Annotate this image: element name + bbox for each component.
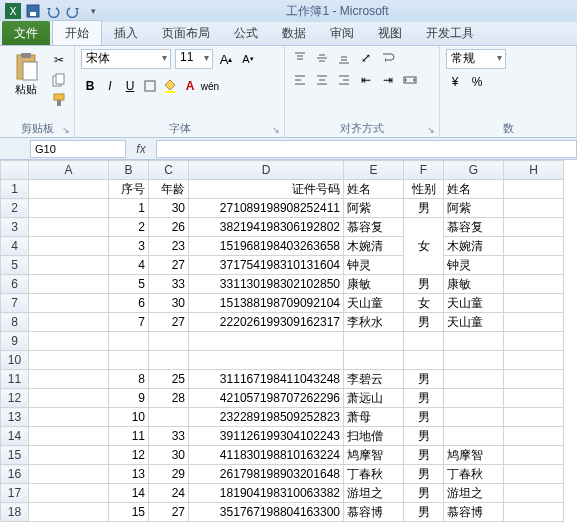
cell[interactable] [504, 370, 564, 389]
cell[interactable]: 232289198509252823 [189, 408, 344, 427]
cell[interactable]: 李碧云 [344, 370, 404, 389]
cell[interactable] [29, 484, 109, 503]
cell[interactable]: 慕容复 [444, 218, 504, 237]
cell[interactable]: 慕容复 [344, 218, 404, 237]
cell[interactable]: 3 [109, 237, 149, 256]
cell[interactable] [29, 427, 109, 446]
cell[interactable]: 25 [149, 370, 189, 389]
currency-icon[interactable]: ¥ [446, 73, 464, 91]
cell[interactable]: 2 [109, 218, 149, 237]
border-button[interactable] [141, 77, 159, 95]
align-right-icon[interactable] [335, 71, 353, 89]
row-header[interactable]: 6 [1, 275, 29, 294]
cell[interactable]: 371754198310131604 [189, 256, 344, 275]
cell[interactable]: 性别 [404, 180, 444, 199]
cell[interactable] [189, 332, 344, 351]
redo-icon[interactable] [64, 2, 82, 20]
cell[interactable] [344, 332, 404, 351]
cell[interactable] [504, 256, 564, 275]
cell[interactable]: 男 [404, 275, 444, 294]
cell[interactable]: 天山童 [344, 294, 404, 313]
cell[interactable]: 151388198709092104 [189, 294, 344, 313]
cell[interactable]: 男 [404, 199, 444, 218]
cell[interactable]: 29 [149, 465, 189, 484]
row-header[interactable]: 12 [1, 389, 29, 408]
percent-icon[interactable]: % [468, 73, 486, 91]
cell[interactable]: 康敏 [344, 275, 404, 294]
orientation-icon[interactable]: ⤢ [357, 49, 375, 67]
cell[interactable]: 271089198908252411 [189, 199, 344, 218]
decrease-font-icon[interactable]: A▾ [239, 50, 257, 68]
cell[interactable]: 421057198707262296 [189, 389, 344, 408]
cell[interactable]: 证件号码 [189, 180, 344, 199]
number-format-combo[interactable]: 常规 [446, 49, 506, 69]
cell[interactable]: 382194198306192802 [189, 218, 344, 237]
cell[interactable] [444, 351, 504, 370]
cell[interactable]: 女 [404, 294, 444, 313]
cell[interactable]: 26 [149, 218, 189, 237]
cell[interactable]: 411830198810163224 [189, 446, 344, 465]
cell[interactable]: 丁春秋 [444, 465, 504, 484]
cell[interactable]: 10 [109, 408, 149, 427]
clipboard-launcher-icon[interactable]: ↘ [62, 125, 70, 135]
cell[interactable] [444, 332, 504, 351]
cell[interactable]: 男 [404, 484, 444, 503]
cell[interactable]: 6 [109, 294, 149, 313]
tab-file[interactable]: 文件 [2, 21, 50, 45]
cell[interactable]: 男 [404, 465, 444, 484]
cell[interactable]: 姓名 [444, 180, 504, 199]
cell[interactable] [29, 408, 109, 427]
cell[interactable]: 钟灵 [344, 256, 404, 275]
cell[interactable]: 391126199304102243 [189, 427, 344, 446]
align-left-icon[interactable] [291, 71, 309, 89]
cell[interactable]: 13 [109, 465, 149, 484]
cell[interactable]: 15 [109, 503, 149, 522]
col-header[interactable]: H [504, 161, 564, 180]
cell[interactable]: 男 [404, 408, 444, 427]
cell[interactable]: 慕容博 [344, 503, 404, 522]
col-header[interactable]: D [189, 161, 344, 180]
bold-button[interactable]: B [81, 77, 99, 95]
cell[interactable]: 30 [149, 199, 189, 218]
cell[interactable] [29, 503, 109, 522]
cell[interactable] [504, 351, 564, 370]
cell[interactable]: 28 [149, 389, 189, 408]
name-box[interactable] [30, 140, 126, 158]
font-name-combo[interactable]: 宋体 [81, 49, 171, 69]
tab-home[interactable]: 开始 [52, 20, 102, 45]
cell[interactable] [29, 199, 109, 218]
cell[interactable]: 30 [149, 294, 189, 313]
cell[interactable]: 鸠摩智 [344, 446, 404, 465]
cell[interactable]: 222026199309162317 [189, 313, 344, 332]
row-header[interactable]: 5 [1, 256, 29, 275]
cell[interactable]: 序号 [109, 180, 149, 199]
cell[interactable] [29, 370, 109, 389]
cell[interactable] [29, 465, 109, 484]
cell[interactable] [189, 351, 344, 370]
cell[interactable]: 12 [109, 446, 149, 465]
cell[interactable]: 5 [109, 275, 149, 294]
tab-insert[interactable]: 插入 [102, 21, 150, 45]
cell[interactable] [29, 237, 109, 256]
cell[interactable]: 李秋水 [344, 313, 404, 332]
cell[interactable] [29, 313, 109, 332]
cell[interactable]: 23 [149, 237, 189, 256]
cell[interactable] [504, 237, 564, 256]
cell[interactable]: 男 [404, 427, 444, 446]
cell[interactable]: 天山童 [444, 294, 504, 313]
cell[interactable]: 游坦之 [344, 484, 404, 503]
cell[interactable]: 181904198310063382 [189, 484, 344, 503]
align-top-icon[interactable] [291, 49, 309, 67]
cut-icon[interactable]: ✂ [50, 51, 68, 69]
cell[interactable] [504, 408, 564, 427]
cell[interactable]: 30 [149, 446, 189, 465]
cell[interactable] [444, 389, 504, 408]
cell[interactable]: 33 [149, 275, 189, 294]
row-header[interactable]: 14 [1, 427, 29, 446]
cell[interactable]: 261798198903201648 [189, 465, 344, 484]
cell[interactable]: 151968198403263658 [189, 237, 344, 256]
cell[interactable]: 311167198411043248 [189, 370, 344, 389]
cell[interactable]: 男 [404, 313, 444, 332]
fx-icon[interactable]: fx [132, 142, 150, 156]
tab-formulas[interactable]: 公式 [222, 21, 270, 45]
